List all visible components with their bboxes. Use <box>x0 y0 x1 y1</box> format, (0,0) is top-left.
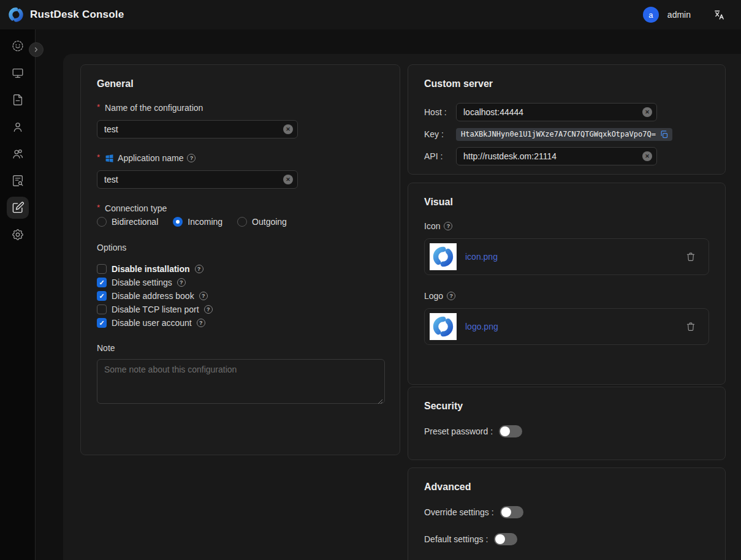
app-name-field: ✕ <box>97 170 298 189</box>
resize-handle[interactable] <box>377 396 383 402</box>
api-label: API : <box>424 151 456 161</box>
app-name-input[interactable] <box>97 170 298 189</box>
logo-file-link[interactable]: logo.png <box>465 322 685 331</box>
icon-thumbnail <box>430 243 457 270</box>
user-avatar[interactable]: a <box>643 7 659 23</box>
api-field: ✕ <box>456 147 657 165</box>
config-name-input[interactable] <box>97 120 298 138</box>
icon-label: Icon ? <box>424 221 709 231</box>
help-icon[interactable]: ? <box>444 222 452 230</box>
connection-type-group: Bidirectional Incoming Outgoing <box>97 217 384 227</box>
override-settings-row: Override settings : <box>424 506 709 518</box>
override-settings-label: Override settings : <box>424 507 494 517</box>
advanced-title: Advanced <box>424 482 709 493</box>
rustdesk-console-page: RustDesk Console a admin <box>0 0 741 560</box>
copy-icon[interactable] <box>659 130 669 139</box>
language-translate-icon[interactable] <box>713 9 725 21</box>
rustdesk-logo-icon <box>8 7 24 23</box>
help-icon[interactable]: ? <box>195 265 203 273</box>
api-input[interactable] <box>456 147 657 165</box>
user-name[interactable]: admin <box>667 10 691 20</box>
help-icon[interactable]: ? <box>187 154 196 162</box>
sidebar <box>0 29 36 560</box>
content-panel: General * Name of the configuration ✕ * <box>63 54 741 560</box>
radio-bidirectional-input[interactable] <box>97 217 107 227</box>
sidebar-expand-button[interactable] <box>29 42 44 57</box>
security-card: Security Preset password : <box>408 387 726 460</box>
radio-bidirectional[interactable]: Bidirectional <box>97 217 158 227</box>
app-title: RustDesk Console <box>30 9 124 21</box>
toggle-knob <box>501 507 511 517</box>
advanced-card: Advanced Override settings : Default set… <box>408 467 726 560</box>
radio-incoming-input[interactable] <box>173 217 183 227</box>
security-title: Security <box>424 401 709 412</box>
sidebar-item-welcome[interactable] <box>7 35 29 57</box>
chevron-right-icon <box>32 45 40 54</box>
sidebar-item-documents[interactable] <box>7 89 29 111</box>
sidebar-item-users[interactable] <box>7 116 29 138</box>
icon-file-link[interactable]: icon.png <box>465 252 685 262</box>
general-card-title: General <box>97 78 384 89</box>
clear-icon[interactable]: ✕ <box>642 107 652 117</box>
preset-password-label: Preset password : <box>424 426 493 436</box>
edit-icon <box>11 201 25 214</box>
trash-icon[interactable] <box>685 251 696 262</box>
disable-installation-checkbox[interactable] <box>97 264 107 274</box>
help-icon[interactable]: ? <box>197 319 205 327</box>
option-disable-tcp-listen-port[interactable]: Disable TCP listen port ? <box>97 303 384 316</box>
icon-upload-box[interactable]: icon.png <box>424 238 709 275</box>
general-card: General * Name of the configuration ✕ * <box>80 64 400 455</box>
note-textarea[interactable] <box>97 359 385 404</box>
preset-password-toggle[interactable] <box>499 425 522 437</box>
option-disable-address-book[interactable]: Disable address book ? <box>97 289 384 303</box>
option-disable-user-account[interactable]: Disable user account ? <box>97 316 384 330</box>
smiley-icon <box>11 39 25 53</box>
help-icon[interactable]: ? <box>447 292 455 300</box>
radio-outgoing-input[interactable] <box>237 217 247 227</box>
logo-thumbnail <box>430 313 457 340</box>
logo-upload-box[interactable]: logo.png <box>424 308 709 345</box>
main-area: General * Name of the configuration ✕ * <box>36 29 741 560</box>
host-row: Host : ✕ <box>424 103 709 121</box>
disable-tcp-listen-port-checkbox[interactable] <box>97 305 107 314</box>
help-icon[interactable]: ? <box>204 305 213 314</box>
override-settings-toggle[interactable] <box>500 506 523 518</box>
host-label: Host : <box>424 107 456 117</box>
sidebar-item-audit[interactable] <box>7 170 29 192</box>
radio-outgoing[interactable]: Outgoing <box>237 217 287 227</box>
host-input[interactable] <box>456 103 657 121</box>
host-field: ✕ <box>456 103 657 121</box>
trash-icon[interactable] <box>685 321 696 332</box>
custom-server-title: Custom server <box>424 78 709 89</box>
default-settings-toggle[interactable] <box>494 533 517 545</box>
help-icon[interactable]: ? <box>199 292 208 300</box>
sidebar-item-groups[interactable] <box>7 143 29 165</box>
disable-user-account-checkbox[interactable] <box>97 318 107 328</box>
custom-server-card: Custom server Host : ✕ Key : HtaXBkJNHyn… <box>408 64 726 175</box>
windows-logo-icon <box>105 154 114 163</box>
option-disable-settings[interactable]: Disable settings ? <box>97 276 384 289</box>
required-marker: * <box>97 203 100 212</box>
key-label: Key : <box>424 129 456 139</box>
disable-address-book-checkbox[interactable] <box>97 291 107 301</box>
disable-settings-checkbox[interactable] <box>97 278 107 287</box>
clear-icon[interactable]: ✕ <box>642 151 652 161</box>
default-settings-label: Default settings : <box>424 534 488 544</box>
options-label: Options <box>97 243 384 252</box>
sidebar-item-settings[interactable] <box>7 224 29 246</box>
top-bar: RustDesk Console a admin <box>0 0 741 29</box>
radio-incoming[interactable]: Incoming <box>173 217 222 227</box>
brand: RustDesk Console <box>8 7 124 23</box>
help-icon[interactable]: ? <box>177 278 186 287</box>
clear-icon[interactable]: ✕ <box>283 124 293 134</box>
document-icon <box>11 93 25 107</box>
header-right: a admin <box>643 7 725 23</box>
clear-icon[interactable]: ✕ <box>283 175 293 184</box>
options-list: Disable installation ? Disable settings … <box>97 262 384 330</box>
sidebar-item-custom-clients[interactable] <box>7 197 29 219</box>
key-row: Key : HtaXBkJNHyn0e1U1jWXze7A7CN7QTGWqxk… <box>424 127 709 141</box>
option-disable-installation[interactable]: Disable installation ? <box>97 262 384 276</box>
user-icon <box>11 120 25 134</box>
logo-label: Logo ? <box>424 291 709 301</box>
sidebar-item-devices[interactable] <box>7 62 29 84</box>
